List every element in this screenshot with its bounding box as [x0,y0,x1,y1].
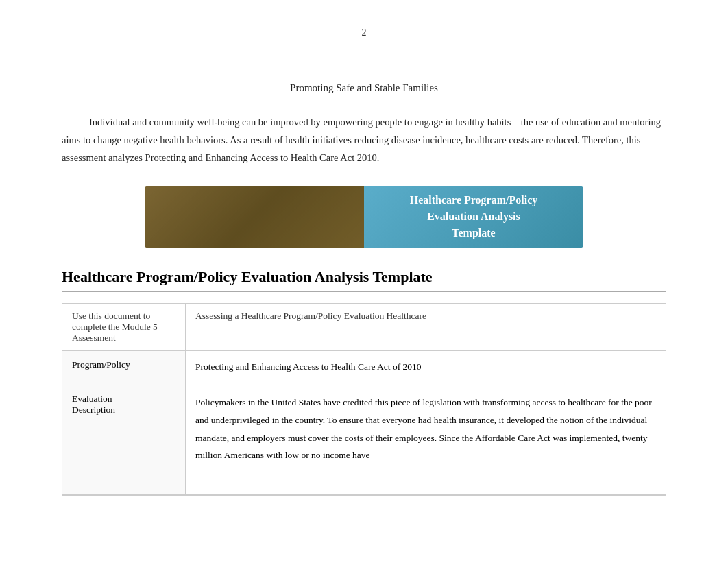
banner-line2: Evaluation Analysis [427,211,520,222]
table-header-left: Use this document to complete the Module… [62,304,186,350]
table-header-row: Use this document to complete the Module… [62,304,666,351]
evaluation-description-row: Evaluation Description Policymakers in t… [62,385,666,495]
program-policy-label: Program/Policy [62,351,186,385]
evaluation-description-label: Evaluation Description [62,385,186,494]
banner-left-image [145,186,364,248]
banner-line1: Healthcare Program/Policy [410,194,537,206]
subtitle: Promoting Safe and Stable Families [62,82,666,94]
evaluation-table: Use this document to complete the Module… [62,303,666,496]
page-number: 2 [362,27,367,38]
content-area: Promoting Safe and Stable Families Indiv… [0,0,728,523]
table-header-right: Assessing a Healthcare Program/Policy Ev… [186,304,666,350]
evaluation-description-value: Policymakers in the United States have c… [186,385,666,494]
main-title: Healthcare Program/Policy Evaluation Ana… [62,268,666,292]
banner: Healthcare Program/Policy Evaluation Ana… [145,186,583,248]
program-policy-row: Program/Policy Protecting and Enhancing … [62,351,666,385]
banner-right-text-area: Healthcare Program/Policy Evaluation Ana… [364,186,583,248]
banner-title: Healthcare Program/Policy Evaluation Ana… [410,192,537,241]
banner-line3: Template [452,227,495,239]
intro-paragraph: Individual and community well-being can … [62,113,666,167]
page-container: 2 Promoting Safe and Stable Families Ind… [0,0,728,563]
program-policy-value: Protecting and Enhancing Access to Healt… [186,351,666,385]
